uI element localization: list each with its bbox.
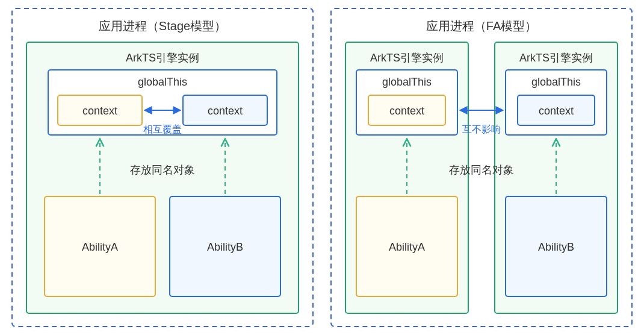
right-ability-a-label: AbilityA bbox=[389, 241, 425, 253]
left-relation-label: 相互覆盖 bbox=[143, 124, 182, 134]
left-process-title: 应用进程（Stage模型） bbox=[99, 19, 226, 33]
right-context-a-label: context bbox=[389, 105, 424, 117]
right-store-label: 存放同名对象 bbox=[449, 164, 514, 176]
left-context-b-label: context bbox=[208, 105, 243, 117]
left-engine-title: ArkTS引擎实例 bbox=[126, 52, 199, 64]
right-relation-label: 互不影响 bbox=[462, 124, 501, 134]
right-panel: 应用进程（FA模型） ArkTS引擎实例 globalThis context … bbox=[331, 8, 632, 327]
right-context-b-label: context bbox=[539, 105, 574, 117]
left-store-label: 存放同名对象 bbox=[130, 164, 195, 176]
right-engine-a-title: ArkTS引擎实例 bbox=[370, 52, 444, 64]
left-globalthis-label: globalThis bbox=[138, 76, 187, 88]
right-globalthis-a-label: globalThis bbox=[382, 76, 432, 88]
right-process-title: 应用进程（FA模型） bbox=[426, 19, 537, 33]
left-context-a-label: context bbox=[82, 105, 117, 117]
left-panel: 应用进程（Stage模型） ArkTS引擎实例 globalThis conte… bbox=[12, 8, 313, 327]
left-ability-a-label: AbilityA bbox=[82, 241, 118, 253]
right-engine-b-title: ArkTS引擎实例 bbox=[519, 52, 593, 64]
left-ability-b-label: AbilityB bbox=[207, 241, 243, 253]
right-ability-b-label: AbilityB bbox=[538, 241, 574, 253]
right-globalthis-b-label: globalThis bbox=[531, 76, 581, 88]
